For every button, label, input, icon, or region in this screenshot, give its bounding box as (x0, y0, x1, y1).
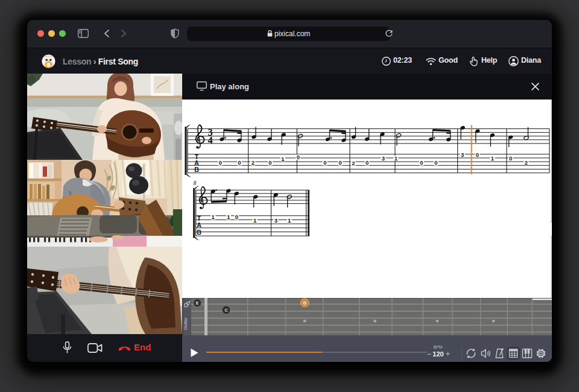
svg-text:0: 0 (297, 154, 300, 160)
svg-text:B: B (197, 229, 201, 236)
svg-text:2: 2 (352, 160, 355, 166)
svg-text:0: 0 (219, 159, 222, 166)
svg-text:0: 0 (238, 159, 241, 166)
svg-text:0: 0 (323, 159, 326, 166)
svg-text:G: G (303, 301, 307, 305)
svg-text:1: 1 (394, 155, 398, 162)
svg-text:0: 0 (476, 151, 479, 158)
svg-text:2: 2 (252, 159, 255, 166)
svg-text:0: 0 (509, 155, 512, 162)
svg-text:Guitar: Guitar (183, 317, 188, 330)
svg-text:+: + (446, 350, 450, 358)
svg-text:BPM: BPM (434, 345, 443, 349)
svg-text:0: 0 (268, 159, 271, 166)
svg-text:−: − (427, 350, 431, 358)
svg-text:0: 0 (339, 159, 342, 166)
svg-text:120: 120 (432, 350, 443, 358)
svg-text:0: 0 (235, 213, 238, 220)
svg-text:0: 0 (420, 159, 423, 166)
svg-text:C: C (224, 308, 227, 312)
svg-text:A: A (197, 221, 201, 229)
svg-text:4: 4 (207, 134, 212, 146)
svg-text:1: 1 (491, 155, 495, 162)
svg-text:1: 1 (212, 213, 215, 220)
svg-text:3: 3 (382, 155, 385, 162)
svg-text:0: 0 (365, 159, 369, 166)
svg-text:8: 8 (194, 180, 197, 186)
svg-text:0: 0 (434, 159, 437, 166)
svg-text:1: 1 (253, 217, 257, 224)
svg-text:B: B (194, 166, 199, 173)
svg-text:1: 1 (288, 217, 291, 224)
svg-text:1: 1 (227, 213, 230, 220)
svg-text:1: 1 (281, 156, 285, 162)
svg-text:3: 3 (274, 217, 277, 224)
svg-text:3: 3 (461, 151, 464, 158)
svg-text:E: E (196, 301, 199, 305)
svg-text:2: 2 (525, 159, 528, 166)
